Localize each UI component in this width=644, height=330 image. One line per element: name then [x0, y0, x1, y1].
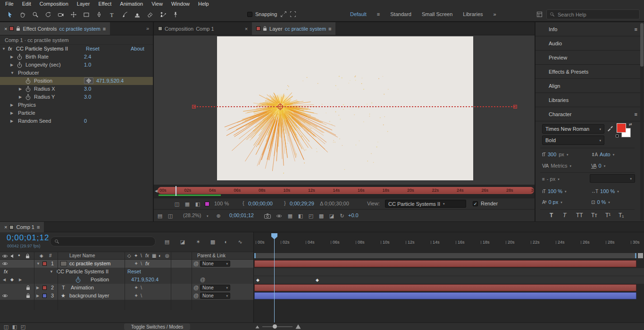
- panel-header-audio[interactable]: Audio: [535, 36, 644, 51]
- expand-arrow-icon[interactable]: ▶: [36, 284, 39, 292]
- in-time[interactable]: 0;00;00;00: [248, 201, 273, 206]
- motion-path-endpoint-right[interactable]: [513, 105, 517, 109]
- effect-row[interactable]: fx ▼ CC Particle Systems II Reset: [0, 268, 253, 276]
- lock-column-icon[interactable]: [25, 254, 30, 259]
- proxy-icon[interactable]: ◫: [166, 212, 175, 220]
- effect-reset-link[interactable]: Reset: [86, 45, 100, 53]
- out-brace-icon[interactable]: }: [284, 200, 286, 206]
- adjustment-switch-icon[interactable]: ◎: [165, 253, 169, 258]
- roto-brush-tool[interactable]: [157, 8, 168, 20]
- add-keyframe-icon[interactable]: ◆: [10, 276, 14, 284]
- menu-layer[interactable]: Layer: [73, 1, 94, 7]
- panel-header-libraries[interactable]: Libraries: [535, 93, 644, 107]
- effect-name[interactable]: CC Particle Systems II: [57, 268, 109, 276]
- keyframe-icon[interactable]: ◆: [256, 276, 259, 284]
- position-anchor-crosshair[interactable]: [276, 102, 284, 111]
- scrollbar-thumb[interactable]: [640, 23, 644, 67]
- workspace-default[interactable]: Default: [350, 11, 367, 17]
- region-of-interest-icon[interactable]: [290, 11, 296, 17]
- parent-link-column[interactable]: Parent & Link: [197, 253, 226, 258]
- effect-about-link[interactable]: About: [131, 45, 144, 53]
- quality-switch[interactable]: \: [141, 284, 142, 292]
- workspace-libraries[interactable]: Libraries: [463, 11, 483, 17]
- effect-reset-link[interactable]: Reset: [127, 268, 141, 276]
- close-icon[interactable]: ×: [245, 26, 248, 32]
- parent-select[interactable]: None▾: [200, 285, 230, 291]
- shy-switch-icon[interactable]: ◇: [127, 253, 131, 258]
- snap-options-icon[interactable]: [280, 11, 287, 17]
- zoom-slider-thumb[interactable]: [273, 324, 277, 329]
- work-area-start-handle[interactable]: [254, 253, 256, 258]
- small-caps-button[interactable]: Tᴛ: [591, 212, 597, 219]
- collapse-arrow-icon[interactable]: ▼: [10, 69, 14, 77]
- lock-icon[interactable]: [26, 293, 30, 298]
- help-search-input[interactable]: [558, 12, 636, 17]
- stopwatch-icon[interactable]: [17, 54, 22, 60]
- transfer-controls-pane-icon[interactable]: ◧: [10, 323, 19, 330]
- layer-tab[interactable]: Layer cc practile system ≡: [252, 22, 335, 35]
- render-checkbox[interactable]: ✓: [473, 201, 478, 206]
- viewer-time[interactable]: 0;00;01;12: [229, 212, 254, 218]
- view-select[interactable]: CC Particle Systems II▾: [385, 200, 466, 208]
- effect-header-row[interactable]: ▼ fx CC Particle Systems II Reset About: [0, 45, 153, 53]
- menu-composition[interactable]: Composition: [35, 1, 73, 7]
- group-row-particle[interactable]: ▶ Particle: [0, 109, 153, 117]
- property-row-position[interactable]: Position 471.9,520.4: [0, 77, 153, 85]
- property-row-random-seed[interactable]: ▶ Random Seed 0: [0, 117, 153, 125]
- expand-arrow-icon[interactable]: ▶: [10, 117, 13, 125]
- pen-tool[interactable]: [93, 8, 105, 20]
- property-value[interactable]: 471.9,520.4: [96, 77, 124, 85]
- close-icon[interactable]: ×: [4, 26, 7, 32]
- default-colors-icon[interactable]: [616, 135, 619, 137]
- eraser-tool[interactable]: [144, 8, 156, 20]
- pick-whip-icon[interactable]: @: [193, 260, 199, 268]
- tsume-field[interactable]: ⊡ 0 % ▾: [591, 198, 610, 206]
- font-family-select[interactable]: Times New Roman▾: [542, 124, 604, 134]
- zoom-out-icon[interactable]: [255, 325, 259, 329]
- prev-keyframe-icon[interactable]: ◀: [3, 276, 6, 284]
- panel-menu-icon[interactable]: ≡: [103, 26, 106, 32]
- next-keyframe-icon[interactable]: ▶: [19, 276, 22, 284]
- eyedropper-icon[interactable]: [607, 125, 613, 131]
- viewer-time-ruler[interactable]: ◀ 00s02s04s06s08s10s12s14s16s18s20s22s24…: [154, 185, 535, 198]
- flowchart-icon[interactable]: ▤: [156, 212, 164, 220]
- effect-name[interactable]: CC Particle Systems II: [16, 45, 68, 53]
- mask-visibility-icon[interactable]: ◪: [327, 212, 336, 220]
- clone-stamp-tool[interactable]: [131, 8, 143, 20]
- show-snapshot-icon[interactable]: [275, 212, 283, 220]
- viewer-ruler-bar[interactable]: 00s02s04s06s08s10s12s14s16s18s20s22s24s2…: [158, 187, 534, 194]
- tracking-field[interactable]: VA 0 ▾: [591, 162, 605, 169]
- layer-bar-3[interactable]: [254, 292, 636, 299]
- audio-column-icon[interactable]: [10, 254, 15, 258]
- stopwatch-icon[interactable]: [17, 62, 22, 68]
- eye-icon[interactable]: [2, 262, 8, 266]
- font-style-select[interactable]: Bold▾: [542, 135, 604, 145]
- property-value[interactable]: 3.0: [84, 93, 91, 101]
- exposure-value[interactable]: +0.0: [348, 212, 359, 218]
- motion-path-endpoint-left[interactable]: [192, 105, 196, 109]
- collapse-switch-icon[interactable]: ✦: [134, 253, 138, 258]
- expand-arrow-icon[interactable]: ▶: [10, 61, 13, 69]
- sidebar-scrollbar[interactable]: [640, 23, 644, 220]
- puppet-pin-tool[interactable]: [169, 8, 181, 20]
- quality-switch[interactable]: \: [141, 292, 142, 300]
- layer-row-3[interactable]: ▶ 3 ★ background layer ✦ \ @ None▾: [0, 292, 253, 300]
- panel-header-effects-presets[interactable]: Effects & Presets: [535, 65, 644, 79]
- workspace-overflow-icon[interactable]: »: [493, 11, 496, 17]
- pan-handle[interactable]: [638, 253, 643, 258]
- menu-edit[interactable]: Edit: [18, 1, 35, 7]
- layer-name[interactable]: background layer: [69, 292, 109, 300]
- pick-whip-icon[interactable]: @: [193, 284, 199, 292]
- property-value[interactable]: 2.4: [84, 53, 91, 61]
- workspace-grid-icon[interactable]: [535, 10, 544, 18]
- brush-tool[interactable]: [118, 8, 130, 20]
- stopwatch-icon[interactable]: [75, 277, 81, 283]
- fill-stroke-swatches[interactable]: ⇄: [617, 123, 634, 139]
- viewer-current-time-indicator[interactable]: [176, 186, 176, 196]
- in-brace-icon[interactable]: {: [243, 200, 244, 206]
- stopwatch-icon[interactable]: [25, 86, 31, 92]
- collapse-arrow-icon[interactable]: ▼: [36, 260, 40, 268]
- hand-tool[interactable]: [17, 8, 28, 20]
- panel-menu-icon[interactable]: ≡: [635, 26, 637, 32]
- safe-zones-icon[interactable]: ⊕: [214, 212, 223, 220]
